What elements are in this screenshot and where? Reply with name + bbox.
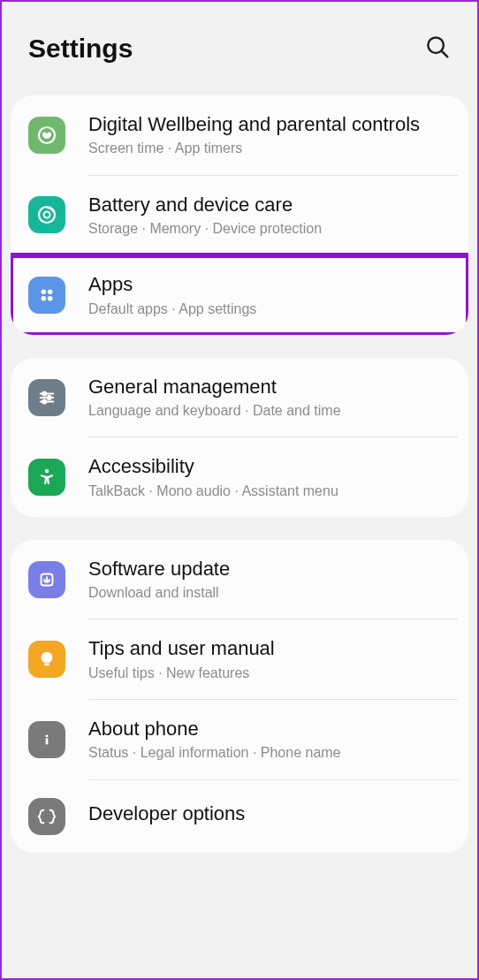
settings-item-battery[interactable]: Battery and device care Storage · Memory… — [11, 176, 468, 255]
svg-point-4 — [44, 212, 50, 218]
battery-care-icon — [28, 196, 65, 233]
item-title: General management — [88, 376, 451, 399]
item-title: Apps — [88, 273, 451, 296]
settings-item-accessibility[interactable]: Accessibility TalkBack · Mono audio · As… — [11, 437, 468, 517]
tips-icon — [28, 641, 65, 678]
svg-point-14 — [42, 399, 46, 403]
item-title: Battery and device care — [88, 194, 451, 217]
wellbeing-icon — [28, 117, 65, 154]
item-subtitle: Default apps · App settings — [88, 300, 451, 317]
apps-icon — [28, 277, 65, 314]
item-subtitle: Useful tips · New features — [88, 665, 451, 681]
settings-item-wellbeing[interactable]: Digital Wellbeing and parental controls … — [11, 95, 468, 175]
about-phone-icon — [28, 721, 65, 758]
item-title: About phone — [88, 718, 451, 741]
item-body: Software update Download and install — [88, 558, 451, 602]
item-body: Digital Wellbeing and parental controls … — [88, 113, 451, 157]
header: Settings — [2, 2, 477, 95]
item-subtitle: Status · Legal information · Phone name — [88, 744, 451, 761]
settings-item-software-update[interactable]: Software update Download and install — [11, 540, 468, 619]
item-title: Digital Wellbeing and parental controls — [88, 113, 451, 136]
settings-group: Software update Download and install Tip… — [11, 540, 468, 853]
settings-group: Digital Wellbeing and parental controls … — [11, 95, 468, 335]
settings-item-about-phone[interactable]: About phone Status · Legal information ·… — [11, 700, 468, 779]
page-title: Settings — [28, 34, 133, 64]
svg-line-1 — [442, 51, 447, 57]
item-subtitle: TalkBack · Mono audio · Assistant menu — [88, 482, 451, 499]
item-title: Tips and user manual — [88, 637, 451, 660]
svg-point-6 — [48, 290, 52, 295]
settings-item-general[interactable]: General management Language and keyboard… — [11, 358, 468, 437]
item-body: About phone Status · Legal information ·… — [88, 718, 451, 762]
svg-point-5 — [42, 290, 47, 295]
item-body: General management Language and keyboard… — [88, 376, 451, 420]
item-body: Developer options — [88, 802, 451, 829]
developer-options-icon — [28, 798, 65, 835]
svg-point-15 — [45, 469, 49, 473]
svg-rect-17 — [44, 664, 49, 666]
item-body: Apps Default apps · App settings — [88, 273, 451, 317]
svg-point-10 — [42, 391, 46, 395]
settings-screen: Settings Digital Wellbeing and parental … — [0, 0, 479, 980]
settings-item-apps[interactable]: Apps Default apps · App settings — [11, 255, 468, 335]
svg-point-7 — [42, 296, 47, 301]
general-management-icon — [28, 379, 65, 416]
item-title: Developer options — [88, 802, 451, 825]
accessibility-icon — [28, 459, 65, 496]
item-body: Battery and device care Storage · Memory… — [88, 194, 451, 238]
item-title: Software update — [88, 558, 451, 581]
settings-group: General management Language and keyboard… — [11, 358, 468, 517]
item-subtitle: Language and keyboard · Date and time — [88, 402, 451, 419]
item-subtitle: Download and install — [88, 584, 451, 601]
settings-item-developer-options[interactable]: Developer options — [11, 780, 468, 853]
item-subtitle: Screen time · App timers — [88, 140, 451, 156]
item-title: Accessibility — [88, 455, 451, 478]
item-subtitle: Storage · Memory · Device protection — [88, 220, 451, 237]
search-icon[interactable] — [424, 34, 451, 64]
svg-rect-20 — [46, 738, 49, 744]
svg-point-19 — [46, 734, 49, 737]
svg-point-12 — [48, 395, 51, 399]
settings-item-tips[interactable]: Tips and user manual Useful tips · New f… — [11, 619, 468, 699]
item-body: Tips and user manual Useful tips · New f… — [88, 637, 451, 681]
item-body: Accessibility TalkBack · Mono audio · As… — [88, 455, 451, 499]
software-update-icon — [28, 561, 65, 598]
svg-point-8 — [48, 296, 52, 301]
